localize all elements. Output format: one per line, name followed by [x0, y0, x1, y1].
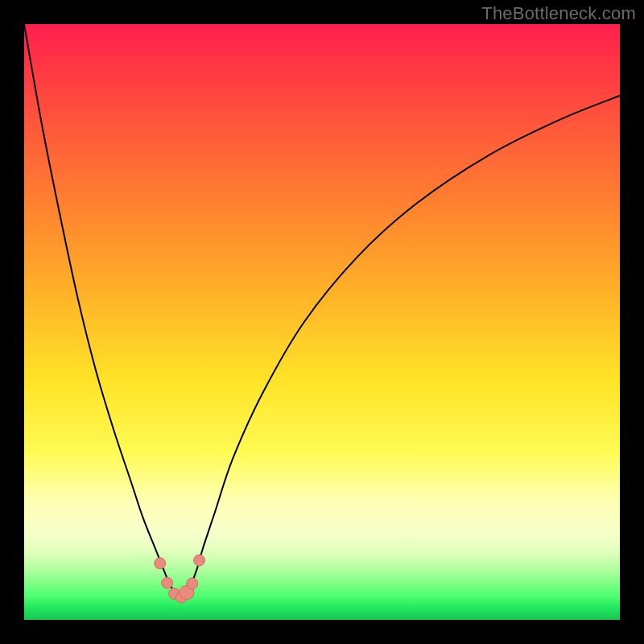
curve-marker	[194, 555, 205, 566]
chart-frame: TheBottleneck.com	[0, 0, 644, 644]
curve-marker	[155, 558, 166, 569]
watermark-text: TheBottleneck.com	[481, 3, 636, 24]
curve-marker	[162, 577, 173, 588]
plot-area	[24, 24, 620, 620]
chart-svg	[24, 24, 620, 620]
marker-group	[155, 555, 205, 603]
bottleneck-curve	[24, 24, 620, 597]
curve-marker	[187, 578, 198, 589]
